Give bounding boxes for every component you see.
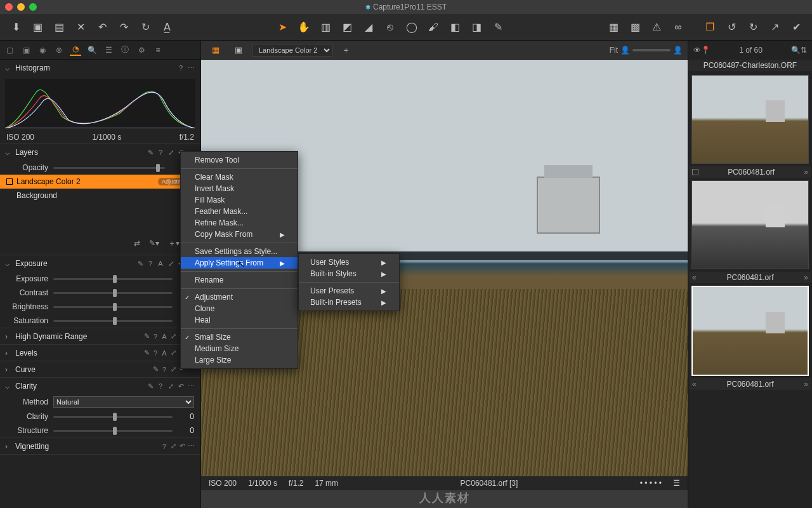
thumb-checkbox[interactable]: [692, 169, 698, 175]
more-icon[interactable]: ⋯: [187, 64, 195, 72]
menu-item-save-settings-as-style[interactable]: Save Settings as Style...: [181, 246, 298, 257]
curve-section-header[interactable]: › Curve ✎?⤢↶⋯: [0, 361, 200, 378]
grid-icon[interactable]: ▩: [627, 19, 643, 36]
layer-add-icon[interactable]: ＋▾: [168, 238, 180, 249]
folder-icon[interactable]: ▤: [51, 19, 67, 36]
export-icon[interactable]: ↗: [766, 19, 783, 36]
reset-icon[interactable]: ↻: [137, 19, 154, 36]
next-variant-icon[interactable]: »: [804, 273, 808, 282]
process-icon[interactable]: ✔: [788, 19, 804, 36]
help-icon[interactable]: ?: [176, 64, 185, 72]
pin-icon[interactable]: 📍: [701, 46, 710, 55]
menu-item-fill-mask[interactable]: Fill Mask: [181, 194, 298, 206]
spot-tool-icon[interactable]: ◯: [403, 19, 420, 36]
person-icon-large[interactable]: 👤: [673, 46, 683, 55]
clarity-slider[interactable]: [53, 416, 173, 418]
rotate-left-icon[interactable]: ↺: [723, 19, 740, 36]
lens-tab-icon[interactable]: ◉: [37, 44, 48, 56]
structure-slider[interactable]: [53, 430, 173, 432]
menu-item-adjustment[interactable]: ✓Adjustment: [181, 291, 298, 303]
annotate-icon[interactable]: A̲: [159, 19, 175, 36]
menu-item-copy-mask-from[interactable]: Copy Mask From▶: [181, 229, 298, 240]
help-icon[interactable]: ?: [146, 260, 155, 267]
expand-icon[interactable]: ⤢: [166, 149, 175, 157]
opacity-slider[interactable]: [53, 167, 165, 169]
prev-variant-icon[interactable]: «: [692, 273, 697, 282]
picker-tool-icon[interactable]: ✎: [490, 19, 506, 36]
chevron-down-icon[interactable]: ⌵: [5, 148, 13, 157]
menu-item-rename[interactable]: Rename: [181, 274, 298, 286]
pan-tool-icon[interactable]: ✋: [296, 19, 312, 36]
layer-visibility-checkbox[interactable]: [6, 178, 13, 185]
crop-tool-icon[interactable]: ◩: [339, 19, 355, 36]
person-icon[interactable]: 👤: [620, 46, 630, 55]
more-icon[interactable]: ⋯: [187, 382, 195, 391]
thumbnail[interactable]: 2: [691, 180, 809, 269]
close-window-button[interactable]: [5, 3, 13, 11]
saturation-slider[interactable]: [53, 320, 173, 322]
cancel-icon[interactable]: ✕: [72, 19, 89, 36]
brush-icon[interactable]: ✎: [136, 260, 145, 268]
exposure-slider[interactable]: [53, 278, 173, 280]
loupe-tool-icon[interactable]: ▥: [317, 19, 334, 36]
submenu-builtin-presets[interactable]: Built-in Presets▶: [299, 297, 399, 308]
contrast-slider[interactable]: [53, 292, 173, 294]
color-tab-icon[interactable]: ⊗: [53, 44, 65, 56]
menu-item-heal[interactable]: Heal: [181, 314, 298, 326]
brush-tool-icon[interactable]: 🖌: [425, 19, 442, 36]
submenu-builtin-styles[interactable]: Built-in Styles▶: [299, 268, 399, 279]
chevron-down-icon[interactable]: ⌵: [5, 259, 13, 268]
redo-icon[interactable]: ↷: [115, 19, 132, 36]
rating-dots-icon[interactable]: • • • • •: [640, 479, 662, 488]
brush-icon[interactable]: ✎: [146, 149, 155, 157]
auto-icon[interactable]: A: [156, 260, 165, 267]
brush-icon[interactable]: ✎: [146, 382, 155, 391]
brightness-slider[interactable]: [53, 306, 173, 308]
search-icon[interactable]: 🔍: [791, 46, 801, 55]
focus-mask-icon[interactable]: ∞: [670, 19, 686, 36]
camera-icon[interactable]: ▣: [29, 19, 46, 36]
zoom-slider[interactable]: [632, 49, 671, 51]
style-preset-select[interactable]: Landscape Color 2: [252, 44, 332, 57]
details-tab-icon[interactable]: 🔍: [86, 44, 98, 56]
single-view-icon[interactable]: ▣: [230, 42, 247, 58]
sort-icon[interactable]: ⇅: [801, 46, 807, 55]
menu-item-large-size[interactable]: Large Size: [181, 354, 298, 366]
menu-item-clear-mask[interactable]: Clear Mask: [181, 171, 298, 183]
batch-tab-icon[interactable]: ≡: [152, 44, 164, 56]
minimize-window-button[interactable]: [17, 3, 25, 11]
menu-item-refine-mask[interactable]: Refine Mask...: [181, 217, 298, 229]
menu-item-medium-size[interactable]: Medium Size: [181, 343, 298, 354]
exposure-tab-icon[interactable]: ◔: [70, 44, 81, 56]
exposure-warning-icon[interactable]: ▦: [605, 19, 622, 36]
layer-brush-icon[interactable]: ✎▾: [149, 239, 159, 248]
layer-item[interactable]: Landscape Color 2 Adjustment: [0, 175, 200, 189]
straighten-tool-icon[interactable]: ◢: [360, 19, 377, 36]
add-preset-icon[interactable]: ＋: [337, 42, 354, 58]
zoom-window-button[interactable]: [29, 3, 37, 11]
output-tab-icon[interactable]: ⚙: [136, 44, 147, 56]
hdr-section-header[interactable]: › High Dynamic Range ✎?A⤢↶⋯: [0, 328, 200, 345]
thumbnail[interactable]: 3: [691, 286, 809, 376]
expand-icon[interactable]: ⤢: [166, 260, 175, 268]
gradient-tool-icon[interactable]: ◨: [468, 19, 485, 36]
levels-section-header[interactable]: › Levels ✎?A⤢↶⋯: [0, 345, 200, 361]
library-tab-icon[interactable]: ▢: [4, 44, 15, 56]
eye-icon[interactable]: 👁: [693, 46, 701, 55]
menu-item-feather-mask[interactable]: Feather Mask...: [181, 206, 298, 217]
capture-tab-icon[interactable]: ▣: [20, 44, 32, 56]
prev-variant-icon[interactable]: «: [692, 380, 697, 389]
method-select[interactable]: Natural: [53, 396, 194, 408]
layer-adjust-icon[interactable]: ⇄: [134, 239, 140, 248]
next-variant-icon[interactable]: »: [804, 380, 808, 389]
eraser-tool-icon[interactable]: ◧: [447, 19, 463, 36]
next-variant-icon[interactable]: »: [804, 168, 808, 177]
help-icon[interactable]: ?: [156, 382, 165, 390]
import-icon[interactable]: ⬇: [8, 19, 24, 36]
copy-adjustments-icon[interactable]: ❐: [702, 19, 718, 36]
chevron-down-icon[interactable]: ⌵: [5, 64, 13, 72]
submenu-user-styles[interactable]: User Styles▶: [299, 257, 399, 268]
reset-icon[interactable]: ↶: [176, 382, 185, 391]
menu-item-clone[interactable]: Clone: [181, 303, 298, 314]
vignetting-section-header[interactable]: › Vignetting ?⤢↶⋯: [0, 438, 200, 455]
